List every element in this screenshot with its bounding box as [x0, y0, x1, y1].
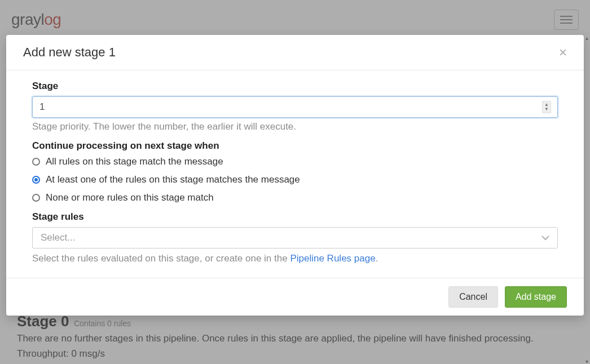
modal-footer: Cancel Add stage [6, 278, 584, 316]
radio-label: All rules on this stage match the messag… [46, 156, 223, 167]
number-stepper[interactable]: ▲ ▼ [542, 101, 551, 113]
scroll-down-icon: ▾ [584, 358, 589, 364]
pipeline-rules-link[interactable]: Pipeline Rules page [290, 253, 375, 264]
cancel-button[interactable]: Cancel [448, 286, 498, 308]
radio-icon [32, 176, 40, 184]
stage-input-wrapper: ▲ ▼ [32, 96, 558, 118]
radio-label: None or more rules on this stage match [46, 192, 214, 203]
scroll-up-icon: ▴ [584, 35, 589, 41]
continue-processing-label: Continue processing on next stage when [32, 140, 558, 152]
stage-rules-select[interactable]: Select... [32, 227, 558, 248]
radio-option-at-least-one[interactable]: At least one of the rules on this stage … [32, 174, 558, 185]
modal-body: Stage ▲ ▼ Stage priority. The lower the … [6, 70, 584, 278]
radio-label: At least one of the rules on this stage … [46, 174, 300, 185]
stage-number-input[interactable] [32, 96, 558, 118]
rules-help-suffix: . [376, 253, 378, 264]
stage-rules-help: Select the rules evaluated on this stage… [32, 253, 558, 264]
chevron-down-icon [541, 232, 549, 243]
select-placeholder: Select... [41, 232, 75, 243]
stage-label: Stage [32, 81, 558, 92]
modal-title: Add new stage 1 [23, 45, 116, 60]
add-stage-modal: Add new stage 1 × Stage ▲ ▼ Stage priori… [6, 35, 584, 316]
radio-option-all-match[interactable]: All rules on this stage match the messag… [32, 156, 558, 167]
add-stage-button[interactable]: Add stage [505, 286, 567, 308]
radio-option-none-or-more[interactable]: None or more rules on this stage match [32, 192, 558, 203]
radio-icon [32, 194, 40, 202]
close-icon[interactable]: × [559, 46, 567, 59]
modal-header: Add new stage 1 × [6, 35, 584, 70]
rules-help-prefix: Select the rules evaluated on this stage… [32, 253, 290, 264]
stage-help-text: Stage priority. The lower the number, th… [32, 121, 558, 132]
vertical-scrollbar[interactable]: ▴ ▾ [583, 35, 590, 364]
continue-processing-radio-group: All rules on this stage match the messag… [32, 156, 558, 203]
stage-rules-label: Stage rules [32, 211, 558, 223]
chevron-down-icon: ▼ [544, 107, 549, 112]
radio-icon [32, 158, 40, 166]
